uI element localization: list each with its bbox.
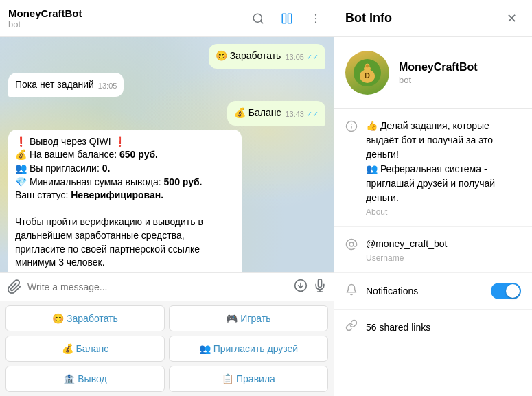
panel-title: Bot Info <box>345 11 392 25</box>
bot-button-earn[interactable]: 😊 Заработать <box>5 305 165 331</box>
bot-type-tag: bot <box>399 75 478 85</box>
message-bubble-out: 💰 Баланс 13:43 ✓✓ <box>227 101 325 126</box>
bot-button-balance[interactable]: 💰 Баланс <box>5 336 165 362</box>
svg-point-5 <box>315 17 316 19</box>
username-text: @money_craft_bot <box>366 237 448 251</box>
message-bubble-in: Пока нет заданий 13:05 <box>8 73 124 97</box>
message-input-area <box>0 272 334 301</box>
bot-keyboard: 😊 Заработать 🎮 Играть 💰 Баланс 👥 Приглас… <box>0 301 334 396</box>
bot-profile-info: MoneyCraftBot bot <box>399 61 478 85</box>
scroll-down-icon[interactable] <box>294 279 308 295</box>
message-bubble-in: ❗ Вывод через QIWI ❗ 💰 На вашем балансе:… <box>8 130 242 272</box>
bot-profile-section: D MoneyCraftBot bot <box>334 37 532 109</box>
close-button[interactable]: ✕ <box>502 9 521 28</box>
chat-header: MoneyCraftBot bot <box>0 0 334 37</box>
username-label: Username <box>366 253 448 263</box>
bot-display-name: MoneyCraftBot <box>399 61 478 73</box>
search-icon[interactable] <box>248 9 268 28</box>
shared-links-row[interactable]: 56 shared links <box>334 310 532 345</box>
table-row: 💰 Баланс 13:43 ✓✓ <box>8 101 325 126</box>
message-time: 13:05 <box>98 81 117 91</box>
notifications-toggle[interactable] <box>491 283 521 299</box>
shared-links-label: 56 shared links <box>366 322 521 333</box>
message-time: 13:43 ✓✓ <box>285 109 319 119</box>
bell-icon <box>345 283 358 299</box>
notifications-row: Notifications <box>334 273 532 310</box>
about-section: 👍 Делай задания, которые выдаёт бот и по… <box>334 109 532 227</box>
chat-title: MoneyCraftBot <box>8 8 248 19</box>
link-icon <box>345 319 358 335</box>
svg-point-6 <box>315 21 316 23</box>
username-section: @money_craft_bot Username <box>334 227 532 273</box>
chat-header-info: MoneyCraftBot bot <box>8 8 248 30</box>
avatar: D <box>345 51 389 95</box>
svg-rect-3 <box>288 14 292 23</box>
chat-messages: 😊 Заработать 13:05 ✓✓ Пока нет заданий 1… <box>0 37 334 272</box>
input-actions <box>294 279 327 295</box>
more-options-icon[interactable] <box>306 9 325 28</box>
svg-rect-2 <box>282 14 286 23</box>
username-icon <box>345 238 358 254</box>
svg-point-4 <box>315 14 316 15</box>
message-bubble-out: 😊 Заработать 13:05 ✓✓ <box>209 44 325 69</box>
username-content: @money_craft_bot Username <box>366 237 448 263</box>
svg-text:D: D <box>365 71 370 80</box>
bot-button-rules[interactable]: 📋 Правила <box>169 366 328 392</box>
microphone-icon[interactable] <box>313 279 327 295</box>
svg-point-16 <box>365 64 369 68</box>
table-row: 😊 Заработать 13:05 ✓✓ <box>8 44 325 69</box>
avatar-inner: D <box>345 51 389 95</box>
notifications-label: Notifications <box>366 286 483 296</box>
message-input[interactable] <box>27 281 288 292</box>
table-row: ❗ Вывод через QIWI ❗ 💰 На вашем балансе:… <box>8 130 325 272</box>
bot-button-withdraw[interactable]: 🏦 Вывод <box>5 366 165 392</box>
chat-status: bot <box>8 19 248 30</box>
attach-icon[interactable] <box>7 279 22 294</box>
table-row: Пока нет заданий 13:05 <box>8 73 325 97</box>
bot-button-play[interactable]: 🎮 Играть <box>169 305 328 331</box>
info-circle-icon <box>345 120 358 136</box>
message-time: 13:05 ✓✓ <box>285 52 319 62</box>
svg-line-1 <box>260 21 262 23</box>
columns-icon[interactable] <box>277 9 297 28</box>
about-label: About <box>366 207 521 217</box>
about-text: 👍 Делай задания, которые выдаёт бот и по… <box>366 119 521 205</box>
about-content: 👍 Делай задания, которые выдаёт бот и по… <box>366 119 521 217</box>
svg-point-20 <box>349 242 354 246</box>
info-header: Bot Info ✕ <box>334 0 532 37</box>
bot-info-panel: Bot Info ✕ D Money <box>334 0 532 396</box>
header-icons <box>248 9 325 28</box>
chat-panel: MoneyCraftBot bot <box>0 0 334 396</box>
bot-button-invite[interactable]: 👥 Пригласить друзей <box>169 336 328 362</box>
